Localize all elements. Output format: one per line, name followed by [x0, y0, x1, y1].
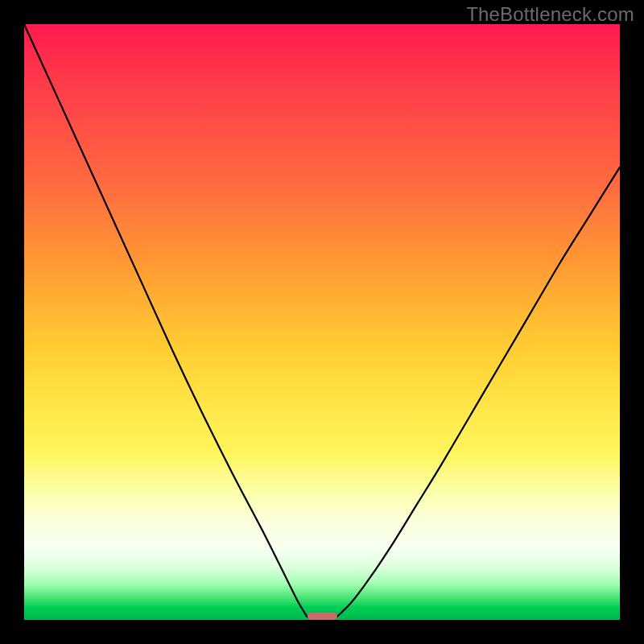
plot-area — [24, 24, 620, 620]
curve-svg — [24, 24, 620, 620]
curve-right-branch — [337, 167, 621, 617]
minimum-marker — [308, 613, 337, 620]
chart-frame: TheBottleneck.com — [0, 0, 644, 644]
curve-left-branch — [24, 24, 308, 617]
watermark-text: TheBottleneck.com — [466, 3, 634, 26]
